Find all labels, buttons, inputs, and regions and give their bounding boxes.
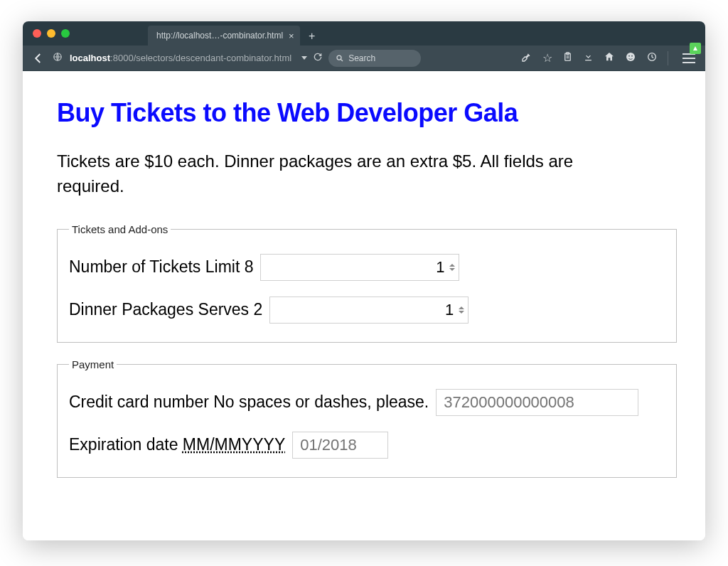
dinners-label: Dinner Packages Serves 2 xyxy=(69,300,262,319)
url-dropdown-icon[interactable] xyxy=(301,56,307,60)
page-title: Buy Tickets to the Web Developer Gala xyxy=(57,98,677,128)
fieldset-tickets: Tickets and Add-ons Number of Tickets Li… xyxy=(57,223,677,343)
exp-label: Expiration date MM/MMYYYY xyxy=(69,435,285,454)
new-tab-button[interactable]: + xyxy=(303,27,321,46)
url-bar[interactable]: localhost:8000/selectors/descendant-comb… xyxy=(70,53,291,63)
titlebar: http://localhost…-combinator.html × + xyxy=(23,21,705,46)
dinners-input[interactable] xyxy=(269,297,469,324)
shield-icon[interactable] xyxy=(646,51,658,65)
credit-card-input[interactable] xyxy=(436,389,638,416)
tab-title: http://localhost…-combinator.html xyxy=(156,31,283,41)
traffic-lights xyxy=(33,29,70,38)
search-icon xyxy=(336,54,344,63)
menu-button[interactable] xyxy=(682,53,695,63)
close-tab-icon[interactable]: × xyxy=(289,31,294,41)
tickets-field-row: Number of Tickets Limit 8 xyxy=(69,254,665,281)
reload-button[interactable] xyxy=(313,52,323,64)
wrench-icon[interactable] xyxy=(521,51,532,65)
home-icon[interactable] xyxy=(604,51,615,65)
clipboard-icon[interactable] xyxy=(562,51,573,65)
url-path: /selectors/descendant-combinator.html xyxy=(134,53,292,63)
tab-strip: http://localhost…-combinator.html × + xyxy=(148,21,321,46)
dinners-field-row: Dinner Packages Serves 2 xyxy=(69,297,665,324)
exp-label-prefix: Expiration date xyxy=(69,435,183,454)
tickets-label: Number of Tickets Limit 8 xyxy=(69,257,253,277)
svg-point-1 xyxy=(337,55,341,60)
cc-label: Credit card number No spaces or dashes, … xyxy=(69,393,429,412)
expiration-input[interactable] xyxy=(292,432,388,459)
globe-icon xyxy=(53,52,63,64)
svg-point-9 xyxy=(631,55,633,56)
payment-legend: Payment xyxy=(69,358,117,370)
star-icon[interactable]: ☆ xyxy=(542,51,552,65)
tickets-legend: Tickets and Add-ons xyxy=(69,223,171,235)
page-content: Buy Tickets to the Web Developer Gala Ti… xyxy=(23,71,705,540)
cc-field-row: Credit card number No spaces or dashes, … xyxy=(69,389,665,416)
exp-field-row: Expiration date MM/MMYYYY xyxy=(69,432,665,459)
fieldset-payment: Payment Credit card number No spaces or … xyxy=(57,358,677,478)
browser-tab[interactable]: http://localhost…-combinator.html × xyxy=(148,26,300,46)
smiley-icon[interactable] xyxy=(625,51,636,65)
browser-window: http://localhost…-combinator.html × + lo… xyxy=(23,21,705,540)
url-host: localhost xyxy=(70,53,110,63)
search-placeholder: Search xyxy=(348,53,375,63)
svg-point-8 xyxy=(628,55,630,56)
exp-format-abbr: MM/MMYYYY xyxy=(183,435,285,454)
toolbar-icons: ☆ xyxy=(521,51,698,65)
svg-point-7 xyxy=(626,53,635,61)
intro-text: Tickets are $10 each. Dinner packages ar… xyxy=(57,149,611,199)
back-button[interactable] xyxy=(30,50,47,67)
window-zoom-icon[interactable] xyxy=(61,29,70,38)
window-minimize-icon[interactable] xyxy=(47,29,55,38)
tickets-input[interactable] xyxy=(260,254,459,281)
download-icon[interactable] xyxy=(583,51,594,65)
update-badge-icon[interactable] xyxy=(690,43,701,54)
toolbar: localhost:8000/selectors/descendant-comb… xyxy=(23,46,705,71)
search-input[interactable]: Search xyxy=(328,50,421,67)
url-port: :8000 xyxy=(110,53,134,63)
svg-line-2 xyxy=(341,59,343,61)
window-close-icon[interactable] xyxy=(33,29,41,38)
